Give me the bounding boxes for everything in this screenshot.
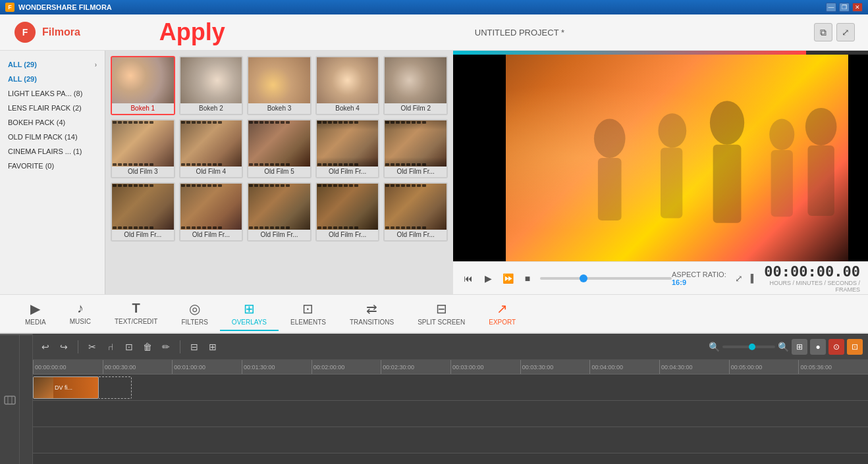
- toolbar-elements[interactable]: ⊡ ELEMENTS: [279, 297, 338, 331]
- timecode-container: 00:00:00.00 HOURS / MINUTES / SECONDS / …: [759, 263, 860, 293]
- fullscreen-icon[interactable]: ⤢: [735, 273, 743, 284]
- rewind-button[interactable]: ⏮: [461, 271, 475, 286]
- header-bar: F Filmora Apply UNTITLED PROJECT * ⧉ ⤢: [0, 14, 868, 51]
- split-button[interactable]: ⑁: [103, 340, 118, 354]
- ruler-mark-1: 00:00:30:00: [103, 360, 173, 374]
- restore-button[interactable]: ❐: [839, 3, 850, 12]
- cut-button[interactable]: ✂: [85, 340, 99, 354]
- play-button[interactable]: ▶: [481, 271, 495, 286]
- filters-icon: ◎: [189, 301, 200, 317]
- sidebar-item-cinema-flairs[interactable]: CINEMA FLAIRS ... (1): [0, 144, 105, 159]
- stop-button[interactable]: ■: [520, 271, 535, 286]
- preview-video-content: [453, 55, 868, 261]
- video-track-icon[interactable]: [0, 335, 20, 464]
- svg-text:F: F: [22, 27, 28, 38]
- overlay-item-row3-1[interactable]: Old Film Fr...: [111, 182, 175, 242]
- text-icon: T: [132, 301, 140, 316]
- overlay-label-oldfilm-fr2: Old Film Fr...: [385, 167, 447, 177]
- overlay-thumb-bokeh1: [112, 57, 174, 103]
- zoom-out-icon[interactable]: 🔍: [709, 342, 720, 352]
- video-clip[interactable]: DV fi...: [33, 376, 99, 399]
- fast-forward-button[interactable]: ⏩: [501, 271, 515, 286]
- playback-slider[interactable]: [540, 277, 672, 280]
- sidebar-item-bokeh[interactable]: BOKEH PACK (4): [0, 115, 105, 130]
- zoom-slider[interactable]: [722, 346, 775, 348]
- overlay-thumb-bokeh3: [248, 57, 310, 103]
- sidebar-item-light-leaks[interactable]: LIGHT LEAKS PA... (8): [0, 86, 105, 101]
- video-people: [453, 55, 868, 261]
- fullscreen-button[interactable]: ⤢: [836, 23, 855, 41]
- preview-area: ⏮ ▶ ⏩ ■ ASPECT RATIO: 16:9 ⤢ ▐ 00:00:00.…: [453, 51, 868, 294]
- volume-icon[interactable]: ▐: [748, 274, 754, 283]
- overlay-item-oldfilm2[interactable]: Old Film 2: [383, 56, 448, 115]
- crop-button[interactable]: ⊡: [122, 340, 136, 354]
- toolbar-text-credit[interactable]: T TEXT/CREDIT: [103, 297, 170, 330]
- sidebar-item-favorite[interactable]: FAVORITE (0): [0, 159, 105, 173]
- overlay-item-bokeh3[interactable]: Bokeh 3: [247, 56, 312, 115]
- redo-button[interactable]: ↪: [57, 340, 71, 354]
- sidebar-item-all[interactable]: ALL (29): [0, 72, 105, 86]
- overlay-item-bokeh4[interactable]: Bokeh 4: [315, 56, 380, 115]
- overlay-item-row3-4[interactable]: Old Film Fr...: [315, 182, 380, 242]
- toolbar-filters[interactable]: ◎ FILTERS: [169, 297, 219, 331]
- delete-button[interactable]: 🗑: [140, 340, 155, 354]
- zoom-knob: [749, 344, 755, 350]
- toolbar-transitions[interactable]: ⇄ TRANSITIONS: [338, 297, 406, 331]
- audio-track-content: [33, 427, 868, 453]
- svg-rect-9: [771, 150, 793, 217]
- timeline-toolbar: ↩ ↪ ✂ ⑁ ⊡ 🗑 ✏ ⊟ ⊞ 🔍 🔍 ⊞ ● ⊙ ⊡: [33, 334, 868, 360]
- sidebar-arrow-icon: ›: [95, 61, 97, 68]
- pen-button[interactable]: ✏: [159, 340, 173, 354]
- overlay-item-row3-5[interactable]: Old Film Fr...: [383, 182, 448, 242]
- toolbar-media[interactable]: ▶ MEDIA: [13, 297, 58, 331]
- overlay-label-row3-2: Old Film Fr...: [180, 230, 242, 240]
- filmora-logo: F: [13, 20, 37, 44]
- overlay-item-oldfilm5[interactable]: Old Film 5: [247, 119, 312, 178]
- pip-button[interactable]: ⧉: [814, 23, 832, 41]
- overlay-thumb-row3-4: [317, 184, 379, 230]
- overlay-item-oldfilm-fr1[interactable]: Old Film Fr...: [315, 119, 380, 178]
- preview-controls: ⏮ ▶ ⏩ ■ ASPECT RATIO: 16:9 ⤢ ▐ 00:00:00.…: [453, 261, 868, 294]
- overlay-item-row3-2[interactable]: Old Film Fr...: [179, 182, 244, 242]
- overlay-item-row3-3[interactable]: Old Film Fr...: [247, 182, 312, 242]
- ruler-mark-3: 00:01:30:00: [242, 360, 312, 374]
- overlay-item-bokeh1[interactable]: Bokeh 1: [111, 56, 175, 115]
- undo-button[interactable]: ↩: [38, 340, 53, 354]
- overlay-item-oldfilm3[interactable]: Old Film 3: [111, 119, 175, 178]
- music-icon: ♪: [77, 301, 84, 316]
- overlay-thumb-oldfilm4: [180, 120, 242, 167]
- toolbar-overlays[interactable]: ⊞ OVERLAYS: [220, 297, 279, 331]
- media-label: MEDIA: [25, 319, 46, 326]
- zoom-in-icon[interactable]: 🔍: [778, 342, 789, 352]
- pip-timeline-button[interactable]: ⊡: [847, 339, 863, 355]
- overlay-label-row3-4: Old Film Fr...: [317, 230, 379, 240]
- sidebar-item-old-film[interactable]: OLD FILM PACK (14): [0, 130, 105, 144]
- close-button[interactable]: ✕: [852, 3, 863, 12]
- apply-label[interactable]: Apply: [159, 18, 225, 46]
- ruler-mark-0: 00:00:00:00: [33, 360, 103, 374]
- toolbar-split-screen[interactable]: ⊟ SPLIT SCREEN: [406, 297, 477, 331]
- minimize-button[interactable]: —: [826, 3, 836, 12]
- sidebar-item-lens-flair[interactable]: LENS FLAIR PACK (2): [0, 101, 105, 115]
- snapshot-button[interactable]: ⊙: [828, 339, 844, 355]
- fit-button[interactable]: ⊞: [792, 339, 807, 355]
- main-area: ALL (29) › ALL (29) LIGHT LEAKS PA... (8…: [0, 51, 868, 294]
- sidebar-header[interactable]: ALL (29) ›: [0, 57, 105, 72]
- overlay-item-oldfilm-fr2[interactable]: Old Film Fr...: [383, 119, 448, 178]
- track2-button[interactable]: ⊞: [205, 340, 220, 354]
- overlay-item-oldfilm4[interactable]: Old Film 4: [179, 119, 244, 178]
- elements-label: ELEMENTS: [290, 319, 326, 326]
- toolbar-export[interactable]: ↗ EXPORT: [477, 297, 528, 331]
- toolbar-separator-2: [180, 340, 180, 353]
- track-button[interactable]: ⊟: [187, 340, 202, 354]
- elements-icon: ⊡: [302, 301, 313, 317]
- toolbar-music[interactable]: ♪ MUSIC: [58, 297, 103, 330]
- overlay-thumb-oldfilm2: [385, 57, 447, 103]
- svg-point-10: [805, 108, 837, 145]
- ruler-mark-8: 00:04:00:00: [589, 360, 659, 374]
- overlays-icon: ⊞: [244, 301, 255, 317]
- ruler-marks: 00:00:00:00 00:00:30:00 00:01:00:00 00:0…: [33, 360, 868, 374]
- overlay-item-bokeh2[interactable]: Bokeh 2: [179, 56, 244, 115]
- record-button[interactable]: ●: [810, 339, 826, 355]
- overlay-label-bokeh1: Bokeh 1: [112, 103, 174, 114]
